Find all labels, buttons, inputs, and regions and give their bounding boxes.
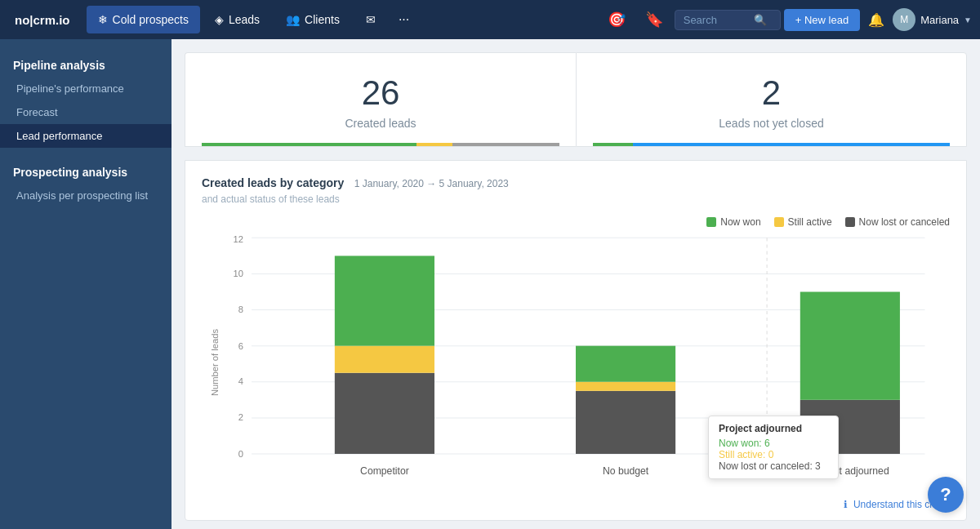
sidebar-item-pipelines-performance[interactable]: Pipeline's performance xyxy=(0,77,172,100)
sidebar-item-lead-performance[interactable]: Lead performance xyxy=(0,124,172,148)
bookmark-icon[interactable]: 🔖 xyxy=(637,6,671,33)
bar-nobudget-active xyxy=(576,382,675,391)
cold-prospects-icon: ❄ xyxy=(98,13,108,26)
bar-competitor-won xyxy=(335,256,434,345)
tooltip-lost-label: Now lost or canceled: xyxy=(719,460,813,472)
y-axis-label: Number of leads xyxy=(210,329,220,396)
chart-legend: Now won Still active Now lost or cancele… xyxy=(202,216,950,228)
main-layout: Pipeline analysis Pipeline's performance… xyxy=(0,39,980,529)
created-leads-bar xyxy=(202,143,559,146)
sidebar-section-prospecting-analysis: Prospecting analysis xyxy=(0,159,172,184)
legend-now-lost-dot xyxy=(845,217,855,227)
stat-card-leads-not-closed: 2 Leads not yet closed xyxy=(576,52,967,147)
x-label-nobudget: No budget xyxy=(603,465,649,477)
stat-bar-green2-segment xyxy=(593,143,633,146)
chart-date-range: 1 January, 2020 → 5 January, 2023 xyxy=(354,178,509,189)
sidebar-item-forecast[interactable]: Forecast xyxy=(0,100,172,124)
nav-more-button[interactable]: ··· xyxy=(390,7,417,32)
tooltip-lost: Now lost or canceled: 3 xyxy=(719,460,828,472)
email-icon: ✉ xyxy=(366,13,376,26)
created-leads-label: Created leads xyxy=(202,117,559,130)
search-bar[interactable]: 🔍 xyxy=(675,10,781,30)
x-label-competitor: Competitor xyxy=(360,465,409,477)
legend-still-active-label: Still active xyxy=(788,216,832,228)
chevron-down-icon: ▼ xyxy=(964,16,972,24)
tooltip-lost-value: 3 xyxy=(815,460,821,472)
nav-tab-leads[interactable]: ◈ Leads xyxy=(203,6,271,33)
search-input[interactable] xyxy=(684,14,749,26)
nav-tab-clients[interactable]: 👥 Clients xyxy=(274,6,351,33)
y-label-10: 10 xyxy=(233,269,243,278)
tooltip-active-value: 0 xyxy=(768,449,774,460)
chart-tooltip: Project adjourned Now won: 6 Still activ… xyxy=(708,416,839,479)
sidebar-section-pipeline-analysis: Pipeline analysis xyxy=(0,52,172,77)
avatar: M xyxy=(893,8,915,31)
bar-nobudget-won xyxy=(576,346,675,382)
new-lead-button[interactable]: + New lead xyxy=(784,9,860,31)
chart-container: Number of leads xyxy=(202,236,950,492)
main-content: 26 Created leads 2 Leads not yet closed xyxy=(172,39,980,529)
tooltip-active: Still active: 0 xyxy=(719,449,828,460)
logo: no|crm.io xyxy=(8,13,77,27)
stat-card-created-leads: 26 Created leads xyxy=(185,52,576,147)
help-bubble[interactable]: ? xyxy=(928,477,964,513)
y-label-12: 12 xyxy=(233,236,243,244)
legend-still-active: Still active xyxy=(774,216,832,228)
stat-bar-gray-segment xyxy=(452,143,559,146)
stat-cards: 26 Created leads 2 Leads not yet closed xyxy=(185,52,967,147)
stat-bar-blue-segment xyxy=(633,143,950,146)
bar-competitor-lost xyxy=(335,373,434,454)
legend-still-active-dot xyxy=(774,217,784,227)
nav-tab-email[interactable]: ✉ xyxy=(354,6,387,33)
chart-subtitle: and actual status of these leads xyxy=(202,193,950,205)
sidebar: Pipeline analysis Pipeline's performance… xyxy=(0,39,172,529)
bar-adjourned-won xyxy=(800,291,900,399)
search-icon: 🔍 xyxy=(754,14,767,26)
nav-tab-leads-label: Leads xyxy=(229,13,260,26)
y-label-4: 4 xyxy=(238,376,243,386)
chart-footer[interactable]: ℹ Understand this chart xyxy=(202,499,950,510)
nav-tab-cold-prospects-label: Cold prospects xyxy=(113,13,189,26)
created-leads-number: 26 xyxy=(202,76,559,110)
target-icon[interactable]: 🎯 xyxy=(599,6,634,33)
sidebar-item-analysis-per-list[interactable]: Analysis per prospecting list xyxy=(0,184,172,207)
tooltip-won-value: 6 xyxy=(764,438,770,449)
tooltip-won: Now won: 6 xyxy=(719,438,828,449)
leads-not-closed-bar xyxy=(593,143,950,146)
nav-tab-cold-prospects[interactable]: ❄ Cold prospects xyxy=(87,6,200,33)
top-navigation: no|crm.io ❄ Cold prospects ◈ Leads 👥 Cli… xyxy=(0,0,980,39)
y-label-2: 2 xyxy=(238,412,243,422)
clients-icon: 👥 xyxy=(286,13,300,26)
leads-not-closed-label: Leads not yet closed xyxy=(593,117,950,130)
legend-now-lost: Now lost or canceled xyxy=(845,216,950,228)
notification-bell-icon[interactable]: 🔔 xyxy=(863,12,889,28)
legend-now-won: Now won xyxy=(706,216,760,228)
new-lead-label: + New lead xyxy=(795,14,849,26)
legend-now-won-dot xyxy=(706,217,716,227)
y-label-8: 8 xyxy=(238,305,243,314)
info-icon: ℹ xyxy=(844,499,848,510)
username-label: Mariana xyxy=(920,14,959,26)
leads-icon: ◈ xyxy=(215,13,224,26)
legend-now-won-label: Now won xyxy=(720,216,760,228)
chart-title: Created leads by category xyxy=(202,176,344,189)
user-avatar-area[interactable]: M Mariana ▼ xyxy=(893,8,972,31)
chart-header: Created leads by category 1 January, 202… xyxy=(202,176,950,190)
legend-now-lost-label: Now lost or canceled xyxy=(859,216,950,228)
nav-tab-clients-label: Clients xyxy=(305,13,340,26)
tooltip-won-label: Now won: xyxy=(719,438,762,449)
stat-bar-yellow-segment xyxy=(416,143,452,146)
bar-competitor-active xyxy=(335,346,434,373)
tooltip-active-label: Still active: xyxy=(719,449,765,460)
y-label-0: 0 xyxy=(238,449,243,459)
tooltip-title: Project adjourned xyxy=(719,423,828,434)
chart-section: Created leads by category 1 January, 202… xyxy=(185,160,967,521)
leads-not-closed-number: 2 xyxy=(593,76,950,110)
bar-nobudget-lost xyxy=(576,391,675,454)
y-label-6: 6 xyxy=(238,341,243,351)
stat-bar-green-segment xyxy=(202,143,416,146)
